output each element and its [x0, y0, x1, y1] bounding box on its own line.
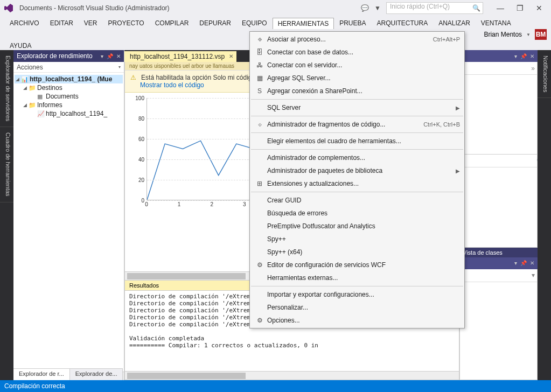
- actions-label: Acciones: [17, 64, 43, 71]
- tab-close-icon[interactable]: ✕: [229, 53, 233, 59]
- menu-item[interactable]: Búsqueda de errores: [250, 207, 464, 220]
- menu-editar[interactable]: EDITAR: [45, 17, 79, 29]
- tree-reports-label: Informes: [37, 101, 62, 109]
- tree-root-label: http_localhost_1194_ (Mue: [30, 75, 112, 83]
- menu-item[interactable]: Crear GUID: [250, 194, 464, 207]
- class-view-tab[interactable]: Vista de clases: [459, 248, 538, 257]
- menu-arquitectura[interactable]: ARQUITECTURA: [372, 17, 434, 29]
- quick-launch-placeholder: Inicio rápido (Ctrl+Q): [390, 3, 450, 10]
- banner-text: Está habilitada la opción Solo mi códig: [141, 74, 252, 81]
- tree-item-documents[interactable]: ▦ Documents: [15, 92, 123, 101]
- server-explorer-tab[interactable]: Explorador de servidores: [0, 50, 13, 127]
- bottom-tabs: Explorador de r... Explorador de...: [13, 368, 123, 380]
- feedback-icon[interactable]: 💬: [361, 4, 369, 12]
- close-icon[interactable]: ✕: [530, 260, 534, 266]
- menu-proyecto[interactable]: PROYECTO: [103, 17, 150, 29]
- herramientas-menu: ⎆Asociar al proceso...Ctrl+Alt+P🗄Conecta…: [249, 31, 465, 328]
- right-panel-toolbar[interactable]: »: [460, 62, 537, 75]
- menu-item[interactable]: Importar y exportar configuraciones...: [250, 288, 464, 301]
- right-panel-1-header[interactable]: ▾ 📌 ✕: [459, 50, 538, 62]
- right-panels: ▾ 📌 ✕ » 🔍 ▾ Vista de clases ▾ 📌 ✕: [459, 50, 538, 380]
- menu-ventana[interactable]: VENTANA: [476, 17, 517, 29]
- menu-item[interactable]: PreEmptive Dotfuscator and Analytics: [250, 220, 464, 233]
- panel-menu-icon[interactable]: ▾: [514, 260, 517, 266]
- user-dropdown-icon[interactable]: ▼: [526, 32, 531, 37]
- menu-item[interactable]: 🖧Conectar con el servidor...: [250, 59, 464, 72]
- menu-item[interactable]: ⚙Opciones...: [250, 314, 464, 327]
- warning-icon: ⚠: [130, 74, 136, 81]
- tree-folder-targets[interactable]: ◢📁 Destinos: [15, 83, 123, 92]
- output-scrollbar[interactable]: [125, 371, 459, 380]
- right-tool-tabs: Notificaciones: [538, 50, 551, 380]
- panel-menu-icon[interactable]: ▾: [101, 53, 103, 59]
- panel-menu-icon[interactable]: ▾: [514, 53, 517, 59]
- menu-archivo[interactable]: ARCHIVO: [4, 17, 45, 29]
- menu-compilar[interactable]: COMPILAR: [150, 17, 194, 29]
- title-bar: Documents - Microsoft Visual Studio (Adm…: [0, 0, 551, 16]
- tree-root[interactable]: ◢📊 http_localhost_1194_ (Mue: [15, 75, 123, 83]
- pin-icon[interactable]: 📌: [520, 53, 527, 59]
- menu-item[interactable]: Herramientas externas...: [250, 271, 464, 284]
- menu-analizar[interactable]: ANALIZAR: [433, 17, 476, 29]
- status-text: Compilación correcta: [4, 382, 65, 390]
- quick-launch-input[interactable]: Inicio rápido (Ctrl+Q) 🔍: [386, 2, 483, 14]
- close-button[interactable]: ✕: [532, 4, 547, 12]
- menu-ver[interactable]: VER: [79, 17, 103, 29]
- menu-item[interactable]: Spy++: [250, 233, 464, 246]
- menu-item[interactable]: ⊞Extensiones y actualizaciones...: [250, 177, 464, 190]
- right-panel-2-header[interactable]: ▾ 📌 ✕: [459, 257, 538, 269]
- menu-item[interactable]: SQL Server▶: [250, 101, 464, 114]
- user-avatar[interactable]: BM: [535, 29, 547, 40]
- close-icon[interactable]: ✕: [530, 53, 534, 59]
- search-icon: 🔍: [472, 4, 480, 12]
- menu-item[interactable]: Administrador de complementos...: [250, 151, 464, 164]
- show-all-code-link[interactable]: Mostrar todo el código: [140, 81, 204, 89]
- window-title: Documents - Microsoft Visual Studio (Adm…: [19, 4, 170, 12]
- menu-item[interactable]: ⟐Administrador de fragmentos de código..…: [250, 118, 464, 131]
- close-icon[interactable]: ✕: [116, 53, 121, 59]
- user-name[interactable]: Brian Mentos: [484, 31, 522, 38]
- pin-icon[interactable]: 📌: [107, 53, 113, 59]
- right-panel-2-toolbar[interactable]: ▾: [460, 269, 537, 282]
- menu-equipo[interactable]: EQUIPO: [236, 17, 273, 29]
- notifications-tab[interactable]: Notificaciones: [538, 50, 551, 98]
- vs-logo-icon: [4, 4, 13, 12]
- tree-item-report[interactable]: 📈 http_localhost_1194_: [15, 109, 123, 118]
- menu-item[interactable]: Personalizar...: [250, 301, 464, 314]
- menu-prueba[interactable]: PRUEBA: [334, 17, 371, 29]
- document-tab[interactable]: http_localhost_1194_131112.vsp ✕: [124, 51, 236, 62]
- menu-depurar[interactable]: DEPURAR: [194, 17, 236, 29]
- performance-explorer-header[interactable]: Explorador de rendimiento ▾ 📌 ✕: [13, 50, 124, 62]
- menu-item[interactable]: 🗄Conectar con base de datos...: [250, 46, 464, 59]
- menu-item[interactable]: ⚙Editor de configuración de servicios WC…: [250, 258, 464, 271]
- menu-item[interactable]: Administrador de paquetes de biblioteca▶: [250, 164, 464, 177]
- pin-icon[interactable]: 📌: [520, 260, 527, 266]
- minimize-button[interactable]: —: [493, 4, 508, 12]
- document-tab-label: http_localhost_1194_131112.vsp: [130, 53, 225, 60]
- right-panel-search[interactable]: 🔍 ▾: [460, 155, 537, 167]
- restore-button[interactable]: ❐: [512, 4, 527, 12]
- performance-explorer-panel: Explorador de rendimiento ▾ 📌 ✕ Acciones…: [13, 50, 124, 380]
- bottom-tab-explorer[interactable]: Explorador de...: [70, 369, 123, 380]
- flag-icon[interactable]: ▼: [374, 4, 381, 12]
- actions-dropdown[interactable]: Acciones ▾: [13, 62, 124, 73]
- bottom-tab-perf[interactable]: Explorador de r...: [13, 369, 70, 380]
- tree-targets-label: Destinos: [37, 84, 62, 92]
- left-tool-tabs: Explorador de servidores Cuadro de herra…: [0, 50, 13, 380]
- tree-documents-label: Documents: [46, 93, 79, 100]
- menu-item[interactable]: Elegir elementos del cuadro de herramien…: [250, 135, 464, 148]
- performance-tree: ◢📊 http_localhost_1194_ (Mue ◢📁 Destinos…: [13, 73, 124, 120]
- tree-report-label: http_localhost_1194_: [46, 110, 107, 117]
- menu-item[interactable]: ⎆Asociar al proceso...Ctrl+Alt+P: [250, 33, 464, 46]
- search-input[interactable]: [462, 158, 536, 164]
- menu-item[interactable]: ▦Agregar SQL Server...: [250, 72, 464, 85]
- menu-herramientas[interactable]: HERRAMIENTAS: [273, 18, 334, 29]
- tree-folder-reports[interactable]: ◢📁 Informes: [15, 101, 123, 109]
- performance-explorer-title: Explorador de rendimiento: [17, 52, 93, 60]
- menu-item[interactable]: SAgregar conexión a SharePoint...: [250, 85, 464, 97]
- menu-item[interactable]: Spy++ (x64): [250, 246, 464, 258]
- toolbox-tab[interactable]: Cuadro de herramientas: [0, 127, 13, 202]
- status-bar: Compilación correcta: [0, 380, 551, 392]
